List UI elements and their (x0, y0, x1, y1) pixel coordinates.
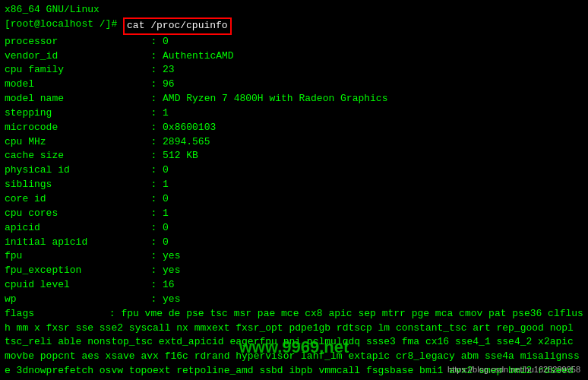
prev-line-text: x86_64 GNU/Linux (5, 3, 100, 17)
field-row: fpu : yes (5, 249, 583, 264)
field-key: model name (5, 92, 103, 106)
field-value: : yes (103, 264, 180, 278)
field-row: stepping : 1 (5, 106, 583, 121)
command-line: [root@localhost /]# cat /proc/cpuinfo (5, 17, 583, 35)
field-key: processor (5, 35, 103, 49)
field-key: cpu family (5, 63, 103, 78)
field-key: vendor_id (5, 49, 103, 64)
field-key: fpu_exception (5, 264, 103, 278)
field-row: cpu cores : 1 (5, 207, 583, 221)
fields-container: processor : 0vendor_id : AuthenticAMDcpu… (5, 35, 583, 380)
field-value: : AuthenticAMD (103, 49, 234, 64)
field-row: cpuid level : 16 (5, 278, 583, 293)
field-row: microcode : 0x8600103 (5, 121, 583, 135)
field-key: cpu MHz (5, 135, 103, 150)
field-row: cpu MHz : 2894.565 (5, 135, 583, 150)
field-value: : 0x8600103 (103, 121, 216, 135)
field-key: siblings (5, 178, 103, 192)
field-row: apicid : 0 (5, 221, 583, 236)
field-value: : AMD Ryzen 7 4800H with Radeon Graphics (103, 92, 387, 106)
field-value: : 96 (103, 78, 175, 92)
prompt: [root@localhost /]# (5, 17, 117, 35)
field-key: stepping (5, 106, 103, 121)
field-value: : 0 (103, 236, 169, 250)
field-row: fpu_exception : yes (5, 264, 583, 278)
field-value: : 23 (103, 63, 175, 78)
field-row: model name : AMD Ryzen 7 4800H with Rade… (5, 92, 583, 106)
field-row: physical id : 0 (5, 163, 583, 178)
field-value: : yes (103, 249, 180, 264)
field-key: cpuid level (5, 278, 103, 293)
field-key: physical id (5, 163, 103, 178)
field-value: : 1 (103, 207, 169, 221)
field-flags: flags : fpu vme de pse tsc msr pae mce c… (5, 307, 583, 380)
command-text: cat /proc/cpuinfo (123, 17, 232, 35)
field-value: : 0 (103, 35, 169, 49)
field-value: : 1 (103, 106, 169, 121)
field-row: wp : yes (5, 293, 583, 307)
field-key: model (5, 78, 103, 92)
field-key: cache size (5, 149, 103, 163)
field-key: initial apicid (5, 236, 103, 250)
field-row: core id : 0 (5, 192, 583, 207)
field-value: : 0 (103, 192, 169, 207)
field-value: : 16 (103, 278, 175, 293)
field-value: : 1 (103, 178, 169, 192)
field-row: cpu family : 23 (5, 63, 583, 78)
field-row: processor : 0 (5, 35, 583, 49)
field-key: microcode (5, 121, 103, 135)
field-row: cache size : 512 KB (5, 149, 583, 163)
field-row: siblings : 1 (5, 178, 583, 192)
field-key: apicid (5, 221, 103, 236)
field-row: vendor_id : AuthenticAMD (5, 49, 583, 64)
field-value: : 2894.565 (103, 135, 210, 150)
field-key: cpu cores (5, 207, 103, 221)
field-row: initial apicid : 0 (5, 236, 583, 250)
field-value: : yes (103, 293, 180, 307)
field-value: : 0 (103, 221, 169, 236)
field-value: : 0 (103, 163, 169, 178)
field-key: wp (5, 293, 103, 307)
field-key: fpu (5, 249, 103, 264)
terminal: x86_64 GNU/Linux [root@localhost /]# cat… (0, 0, 588, 380)
field-value: : 512 KB (103, 149, 198, 163)
field-key: core id (5, 192, 103, 207)
prev-line: x86_64 GNU/Linux (5, 3, 583, 17)
field-row: model : 96 (5, 78, 583, 92)
